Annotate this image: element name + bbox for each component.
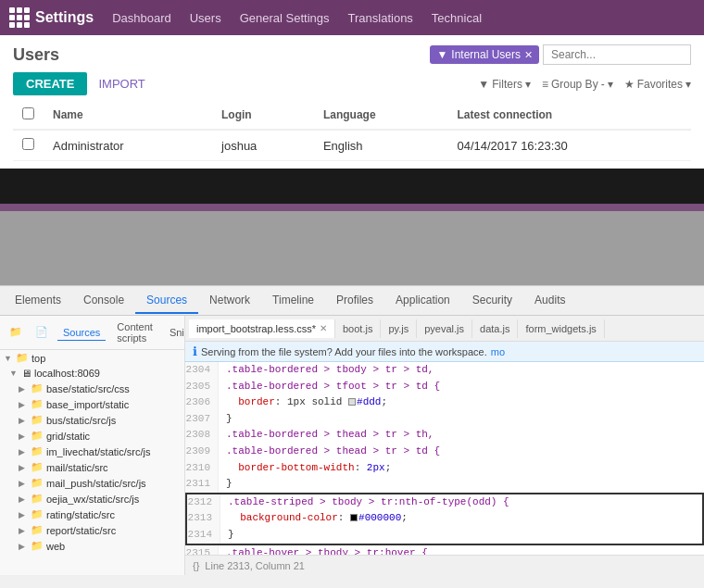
code-line-2314: 2314 } <box>187 527 702 544</box>
import-button[interactable]: IMPORT <box>91 72 152 95</box>
folder-icon: 📁 <box>31 430 44 442</box>
code-tab-5[interactable]: form_widgets.js <box>518 319 604 338</box>
code-line-2308: 2308 .table-bordered > thead > tr > th, <box>185 427 704 444</box>
code-tab-2[interactable]: py.js <box>381 319 417 338</box>
code-panel: import_bootstrap.less.css* ✕ boot.js py.… <box>185 316 704 575</box>
tab-profiles[interactable]: Profiles <box>325 288 384 314</box>
code-tab-label: import_bootstrap.less.css* <box>196 323 316 334</box>
code-tab-1[interactable]: boot.js <box>335 319 381 338</box>
tree-item-label: im_livechat/static/src/js <box>46 446 150 457</box>
dev-icon-folder[interactable]: 📁 <box>6 324 26 342</box>
row-checkbox[interactable] <box>22 138 34 150</box>
status-icon: {} <box>193 560 199 571</box>
line-number: 2310 <box>185 460 219 477</box>
close-tab-icon[interactable]: ✕ <box>320 323 327 333</box>
info-link[interactable]: mo <box>491 346 505 357</box>
filter-tag-internal-users[interactable]: ▼ Internal Users ✕ <box>430 45 539 64</box>
code-line-2315: 2315 .table-hover > tbody > tr:hover { <box>185 545 704 555</box>
tree-tab-sources[interactable]: Sources <box>57 325 106 341</box>
nav-technical[interactable]: Technical <box>432 11 482 25</box>
tab-sources[interactable]: Sources <box>135 288 198 314</box>
toolbar-right: ▼ Filters ▾ ≡ Group By - ▾ ★ Favorites ▾ <box>478 78 691 91</box>
code-tabs-bar: import_bootstrap.less.css* ✕ boot.js py.… <box>185 316 704 342</box>
folder-icon: 📁 <box>31 508 44 520</box>
tab-timeline[interactable]: Timeline <box>261 288 325 314</box>
users-table: Name Login Language Latest connection Ad… <box>13 101 691 161</box>
tree-item-7[interactable]: ▶ 📁 oejia_wx/static/src/js <box>0 491 184 507</box>
code-tab-4[interactable]: data.js <box>472 319 518 338</box>
tree-arrow: ▶ <box>19 384 28 394</box>
group-by-label: Group By - <box>551 78 605 91</box>
select-all-checkbox[interactable] <box>22 107 34 119</box>
table-row[interactable]: Administrator joshua English 04/14/2017 … <box>13 130 691 161</box>
tab-elements[interactable]: Elements <box>4 288 72 314</box>
tree-tab-content-scripts[interactable]: Content scripts <box>111 319 158 345</box>
code-line-2310: 2310 border-bottom-width: 2px; <box>185 460 704 477</box>
code-line-2313: 2313 background-color: #000000; <box>187 510 702 527</box>
app-logo: Settings <box>9 7 94 28</box>
code-content: } <box>220 527 234 544</box>
code-content: background-color: #000000; <box>220 510 408 527</box>
group-by-dropdown[interactable]: ≡ Group By - ▾ <box>542 78 613 91</box>
filters-dropdown[interactable]: ▼ Filters ▾ <box>478 78 531 91</box>
tree-item-6[interactable]: ▶ 📁 mail_push/static/src/js <box>0 475 184 491</box>
code-line-2307: 2307 } <box>185 411 704 428</box>
nav-general-settings[interactable]: General Settings <box>240 11 330 25</box>
create-button[interactable]: CREATE <box>13 72 87 95</box>
tree-arrow: ▶ <box>19 447 28 457</box>
col-language: Language <box>314 101 448 130</box>
code-tab-3[interactable]: pyeval.js <box>417 319 472 338</box>
tree-item-5[interactable]: ▶ 📁 mail/static/src <box>0 459 184 475</box>
tab-network[interactable]: Network <box>198 288 261 314</box>
tab-audits[interactable]: Audits <box>523 288 576 314</box>
tree-localhost[interactable]: ▼ 🖥 localhost:8069 <box>0 366 184 381</box>
tree-item-label: top <box>31 353 45 364</box>
highlight-box: 2312 .table-striped > tbody > tr:nth-of-… <box>185 493 704 545</box>
file-tree-toolbar: 📁 📄 Sources Content scripts Snippets ⋮ <box>0 316 184 350</box>
tree-item-label: mail_push/static/src/js <box>46 478 146 489</box>
nav-users[interactable]: Users <box>190 11 221 25</box>
tree-arrow: ▶ <box>19 494 28 504</box>
favorites-dropdown[interactable]: ★ Favorites ▾ <box>624 78 691 91</box>
code-line-2304: 2304 .table-bordered > tbody > tr > td, <box>185 362 704 379</box>
tree-item-label: bus/static/src/js <box>46 415 116 426</box>
tree-item-3[interactable]: ▶ 📁 grid/static <box>0 428 184 444</box>
filter-icon: ▼ <box>436 48 447 61</box>
tab-console[interactable]: Console <box>72 288 135 314</box>
tree-item-10[interactable]: ▶ 📁 web <box>0 538 184 554</box>
tree-arrow-root: ▼ <box>4 354 13 363</box>
line-number: 2314 <box>187 527 220 544</box>
code-content: .table-bordered > tfoot > tr > td { <box>219 379 440 395</box>
file-tree-panel: 📁 📄 Sources Content scripts Snippets ⋮ ▼… <box>0 316 185 575</box>
tree-item-label: mail/static/src <box>46 462 108 473</box>
tree-tab-snippets[interactable]: Snippets <box>164 325 185 340</box>
tree-item-0[interactable]: ▶ 📁 base/static/src/css <box>0 381 184 396</box>
row-checkbox-col <box>13 130 44 161</box>
tree-root[interactable]: ▼ 📁 top <box>0 350 184 366</box>
tree-item-2[interactable]: ▶ 📁 bus/static/src/js <box>0 412 184 428</box>
folder-icon: 📁 <box>31 493 44 505</box>
code-line-2309: 2309 .table-bordered > thead > tr > td { <box>185 444 704 460</box>
dev-icon-code[interactable]: 📄 <box>31 324 52 342</box>
code-tab-0[interactable]: import_bootstrap.less.css* ✕ <box>189 319 335 338</box>
users-page: Users ▼ Internal Users ✕ CREATE IMPORT ▼… <box>0 35 704 169</box>
tree-item-4[interactable]: ▶ 📁 im_livechat/static/src/js <box>0 444 184 459</box>
nav-translations[interactable]: Translations <box>348 11 413 25</box>
filter-tag-close[interactable]: ✕ <box>524 49 533 61</box>
toolbar-left: CREATE IMPORT <box>13 72 153 95</box>
nav-dashboard[interactable]: Dashboard <box>112 11 171 25</box>
info-icon: ℹ <box>193 344 197 358</box>
code-content: .table-bordered > thead > tr > th, <box>219 427 434 444</box>
tab-application[interactable]: Application <box>384 288 461 314</box>
tree-item-9[interactable]: ▶ 📁 report/static/src <box>0 522 184 538</box>
line-number: 2311 <box>185 476 219 493</box>
tree-item-8[interactable]: ▶ 📁 rating/static/src <box>0 507 184 522</box>
folder-icon: 📁 <box>16 352 29 364</box>
tree-item-1[interactable]: ▶ 📁 base_import/static <box>0 396 184 412</box>
folder-icon: 📁 <box>31 414 44 426</box>
tree-arrow: ▶ <box>19 432 28 441</box>
filter-tag-label: Internal Users <box>451 48 521 61</box>
tab-security[interactable]: Security <box>461 288 523 314</box>
search-input[interactable] <box>543 44 691 65</box>
tree-item-label: localhost:8069 <box>34 368 100 379</box>
